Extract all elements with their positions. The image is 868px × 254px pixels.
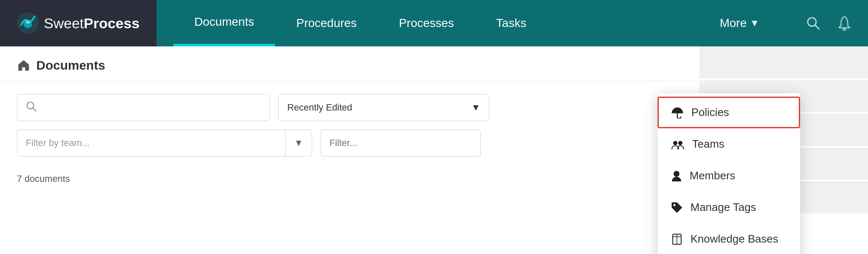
teams-icon [671, 139, 685, 150]
logo-icon [17, 12, 39, 34]
svg-line-6 [33, 108, 36, 111]
umbrella-icon [671, 107, 684, 119]
chevron-down-icon: ▼ [750, 18, 759, 29]
dropdown-item-manage-tags[interactable]: Manage Tags [658, 192, 800, 223]
dropdown-label-members: Members [690, 169, 735, 182]
search-button[interactable] [806, 16, 821, 31]
nav-item-procedures[interactable]: Procedures [275, 0, 377, 46]
dropdown-item-policies[interactable]: Policies [658, 97, 800, 128]
team-filter[interactable]: Filter by team... ▼ [17, 130, 312, 157]
dropdown-item-teams[interactable]: Teams [658, 128, 800, 160]
filter-input-box[interactable] [321, 130, 481, 157]
sort-dropdown[interactable]: Recently Edited ▼ [278, 94, 489, 121]
nav-item-documents[interactable]: Documents [173, 0, 275, 46]
page-title: Documents [17, 58, 105, 73]
svg-point-10 [674, 171, 679, 177]
logo-text: SweetProcess [44, 15, 140, 32]
home-icon [17, 59, 30, 72]
search-input[interactable] [43, 102, 261, 113]
filter-input[interactable] [329, 138, 472, 149]
bell-button[interactable] [838, 16, 851, 31]
svg-point-4 [843, 29, 846, 30]
sort-label: Recently Edited [287, 102, 352, 113]
logo-area: SweetProcess [0, 0, 156, 46]
svg-point-9 [678, 141, 682, 145]
search-box[interactable] [17, 94, 270, 121]
team-filter-placeholder: Filter by team... [17, 138, 285, 149]
search-icon [26, 101, 37, 115]
chevron-down-icon[interactable]: ▼ [286, 138, 312, 149]
page-content: Documents Recently Edited ▼ Filter by te… [0, 46, 868, 254]
chevron-down-icon: ▼ [471, 102, 480, 113]
svg-line-3 [815, 25, 819, 29]
dropdown-menu: Policies Teams Members [657, 93, 801, 254]
nav-items: Documents Procedures Processes Tasks Mor… [173, 0, 780, 46]
dropdown-item-knowledge-bases[interactable]: Knowledge Bases [658, 223, 800, 254]
svg-point-11 [674, 204, 676, 206]
navbar: SweetProcess Documents Procedures Proces… [0, 0, 868, 46]
nav-item-processes[interactable]: Processes [378, 0, 475, 46]
dropdown-label-knowledge-bases: Knowledge Bases [690, 232, 778, 246]
person-icon [671, 170, 682, 182]
tag-icon [671, 202, 683, 213]
svg-point-8 [673, 141, 677, 145]
dropdown-item-members[interactable]: Members [658, 160, 800, 192]
dropdown-label-manage-tags: Manage Tags [690, 201, 756, 214]
book-icon [671, 233, 683, 245]
nav-item-more[interactable]: More ▼ [698, 0, 780, 46]
dropdown-label-teams: Teams [692, 138, 725, 151]
dropdown-label-policies: Policies [691, 106, 729, 119]
nav-right [780, 16, 851, 31]
nav-item-tasks[interactable]: Tasks [475, 0, 547, 46]
